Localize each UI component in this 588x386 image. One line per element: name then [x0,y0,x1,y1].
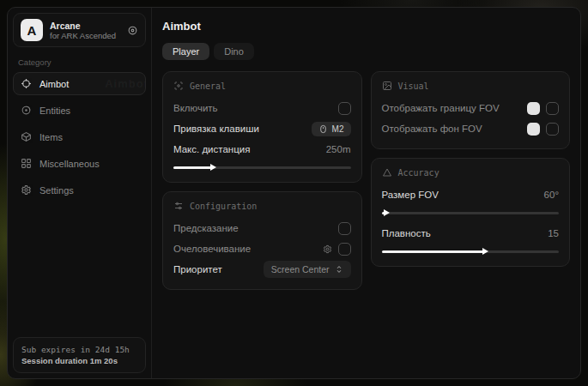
general-card-title: General [190,81,226,91]
max-distance-label: Макс. дистанция [173,144,250,154]
max-distance-value: 250m [326,144,351,154]
mouse-icon [318,124,328,134]
slider-track [382,212,560,214]
smoothness-row: Плавность 15 [382,224,560,243]
max-distance-slider[interactable] [173,163,351,172]
page-title: Aimbot [162,20,570,33]
slider-fill [173,166,212,169]
enable-row: Включить [173,99,351,118]
prediction-row: Предсказание [173,219,351,238]
keybind-row: Привязка клавиши M2 [173,119,351,138]
sidebar-item-label: Miscellaneous [39,159,100,169]
prediction-checkbox[interactable] [338,222,351,235]
crosshair-icon [21,78,32,89]
fov-size-slider[interactable] [382,208,560,217]
sidebar-item-label: Settings [39,185,74,196]
keybind-value: M2 [332,124,344,134]
app-subtitle: for ARK Ascended [50,31,120,40]
sidebar-nav: Aimbot Aimbot Entities Items [13,72,146,202]
sidebar-item-label: Aimbot [39,79,69,89]
humanization-label: Очеловечивание [173,244,251,254]
accuracy-card-header: Accuracy [382,167,560,178]
accuracy-card-title: Accuracy [398,168,439,178]
session-duration-text: Session duration 1m 20s [21,355,137,366]
humanization-checkbox[interactable] [338,243,351,256]
category-label: Category [18,57,141,67]
app-title: Arcane [50,21,120,31]
prediction-label: Предсказание [173,223,239,233]
fov-background-color-swatch[interactable] [527,123,540,136]
general-card: General Включить Привязка клавиши [162,71,362,183]
image-icon [382,81,392,91]
fov-size-value: 60° [544,190,559,200]
sub-expires-text: Sub expires in 24d 15h [21,344,137,355]
sidebar: A Arcane for ARK Ascended Category Aimbo… [8,8,152,378]
humanization-gear-icon[interactable] [323,244,332,254]
fov-border-label: Отображать границу FOV [382,103,500,113]
gear-icon [21,184,32,196]
configuration-card-header: Configuration [173,201,351,211]
smoothness-slider[interactable] [382,247,560,256]
visual-card-header: Visual [382,81,560,91]
sidebar-item-settings[interactable]: Settings [13,178,146,202]
package-icon [21,131,32,142]
fov-border-color-swatch[interactable] [527,102,540,115]
accuracy-card: Accuracy Размер FOV 60° Плавность 15 [371,158,571,267]
fov-background-label: Отображать фон FOV [382,124,482,134]
priority-dropdown[interactable]: Screen Center [264,261,351,278]
sidebar-item-aimbot[interactable]: Aimbot Aimbot [13,72,146,95]
focus-target-icon[interactable] [127,25,138,36]
aimbot-ghost-label: Aimbot [105,77,146,90]
slider-handle[interactable] [482,248,488,255]
tab-player[interactable]: Player [162,43,209,60]
radar-entities-icon [21,105,32,116]
scan-focus-icon [173,81,184,91]
visual-card: Visual Отображать границу FOV Отображать… [371,71,571,149]
configuration-card: Configuration Предсказание Очеловечивани… [162,191,362,290]
chevrons-up-down-icon [335,265,343,274]
sidebar-item-miscellaneous[interactable]: Miscellaneous [13,152,146,175]
priority-row: Приоритет Screen Center [173,260,351,279]
fov-background-row: Отображать фон FOV [382,119,560,138]
triangle-icon [382,167,392,178]
cheat-menu-window: A Arcane for ARK Ascended Category Aimbo… [7,7,581,379]
app-names: Arcane for ARK Ascended [50,21,120,40]
tab-dino[interactable]: Dino [214,43,254,60]
sliders-icon [173,201,184,211]
general-card-header: General [173,81,351,91]
sidebar-item-entities[interactable]: Entities [13,99,146,122]
visual-card-title: Visual [398,81,429,91]
enable-checkbox[interactable] [338,102,351,115]
tab-bar: Player Dino [162,43,570,60]
keybind-label: Привязка клавиши [173,124,259,134]
enable-label: Включить [173,103,218,113]
slider-fill [382,250,485,253]
fov-border-checkbox[interactable] [546,102,559,115]
priority-value: Screen Center [271,264,330,274]
sidebar-item-label: Items [39,132,63,142]
app-header-card: A Arcane for ARK Ascended [13,13,146,47]
configuration-card-title: Configuration [190,202,257,211]
fov-size-label: Размер FOV [382,190,439,200]
grid-icon [21,158,32,169]
smoothness-value: 15 [548,228,559,238]
max-distance-row: Макс. дистанция 250m [173,140,351,159]
fov-border-row: Отображать границу FOV [382,99,560,118]
keybind-button[interactable]: M2 [312,122,351,136]
subscription-card: Sub expires in 24d 15h Session duration … [13,337,146,373]
humanization-row: Очеловечивание [173,239,351,258]
main-content: Aimbot Player Dino General [152,8,580,378]
app-logo: A [21,19,43,41]
smoothness-label: Плавность [382,228,431,238]
slider-handle[interactable] [210,164,216,171]
slider-handle[interactable] [384,209,390,216]
sidebar-item-items[interactable]: Items [13,125,146,148]
sidebar-item-label: Entities [39,106,70,116]
priority-label: Приоритет [173,264,222,274]
fov-background-checkbox[interactable] [546,123,559,136]
fov-size-row: Размер FOV 60° [382,185,560,204]
